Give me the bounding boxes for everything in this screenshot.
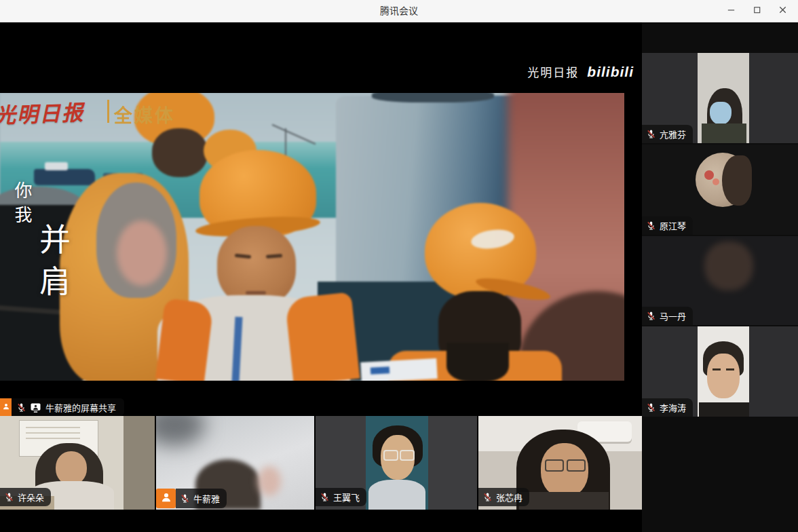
muted-mic-icon [646,221,656,231]
blur-smudge [156,416,205,446]
scene-right-collar [446,343,509,381]
participant-name: 牛薪雅 [193,492,220,505]
participant-name-tag: 张芯冉 [478,488,529,506]
participant-tile-lihaitao[interactable]: 李海涛 [642,326,798,417]
participant-name: 亢雅芬 [660,128,686,140]
scene-background-head [152,128,208,177]
participant-name-tag: 马一丹 [642,307,693,325]
scene-boat [34,169,95,185]
presenter-badge-icon [0,398,12,416]
window-titlebar: 腾讯会议 [0,0,798,22]
participant-shirt [519,492,609,510]
participant-name-tag: 牛薪雅 [176,489,227,508]
participant-tile-kangyafen[interactable]: 亢雅芬 [642,53,798,143]
presenter-badge-icon [156,489,176,508]
scene-paper-print [370,366,390,374]
glasses-left [545,459,564,472]
muted-mic-icon [16,402,26,413]
scene-center-mouth [246,291,266,294]
participant-shirt [368,480,425,510]
participant-face [707,354,740,398]
avatar-flower [704,170,714,180]
bottom-tiles: 许朵朵 牛薪雅 [0,416,642,510]
face-mask [710,102,732,125]
screen-share-label: 牛薪雅的屏幕共享 [45,401,116,414]
minimize-icon [726,5,736,18]
participant-name: 原江琴 [660,219,686,232]
participant-name-tag: 亢雅芬 [642,125,693,143]
participant-name: 马一丹 [660,309,686,322]
window-title: 腾讯会议 [0,0,798,22]
room-shelf [124,416,155,510]
avatar-hair [722,155,752,206]
participant-name: 许朵朵 [18,491,44,504]
maximize-button[interactable] [744,0,770,22]
participant-sidebar: 亢雅芬 原江琴 马一丹 [642,22,798,532]
participant-shirt [699,402,749,417]
muted-mic-icon [180,493,190,504]
window-controls [718,0,795,22]
participant-name: 李海涛 [660,401,686,414]
participant-face [56,451,87,485]
avatar-flower-small [712,178,719,185]
screen-share-banner: 牛薪雅的屏幕共享 [0,398,124,416]
participant-name: 张芯冉 [496,491,522,504]
participant-tile-wangyifei[interactable]: 王翼飞 [316,416,477,510]
bottom-participant-strip: 许朵朵 牛薪雅 [0,416,642,532]
main-column: 光明日报 bilibili [0,22,642,532]
participant-tile-yuanjiangqin[interactable]: 原江琴 [642,145,798,235]
bilibili-logo: bilibili [587,64,634,80]
minimize-button[interactable] [718,0,744,22]
quanmeiti-logo: 全媒体 [114,101,175,128]
participant-name-tag: 许朵朵 [0,488,51,506]
guangming-daily-wordmark: 光明日报 [527,63,579,80]
participant-name-tag: 王翼飞 [316,488,366,506]
muted-mic-icon [646,402,656,413]
close-button[interactable] [770,0,795,22]
glasses-right [400,450,415,461]
scene-hooded-face [117,221,167,286]
participant-name-tag: 原江琴 [642,216,693,235]
participant-tile-mayidan[interactable]: 马一丹 [642,236,798,325]
muted-mic-icon [482,492,493,502]
participant-shirt [702,124,746,143]
vertical-caption-2: 并肩 [30,223,75,307]
meeting-window: 光明日报 bilibili [0,22,798,532]
scene-steel-pile-cap [372,93,494,102]
video-watermark: 光明日报 bilibili [527,63,634,80]
movie-scene [0,93,624,381]
scene-boat-cabin [45,162,68,170]
participant-tile-zhangxinran[interactable]: 张芯冉 [478,416,642,510]
scene-center-vest-right [285,292,360,381]
glasses-right [567,459,586,472]
participant-tag-row: 牛薪雅 [156,489,227,508]
participant-name-tag: 李海涛 [642,398,693,417]
muted-mic-icon [646,311,656,321]
logo-divider [107,100,109,123]
muted-mic-icon [320,492,330,502]
close-icon [778,5,788,18]
eyebrows [712,368,721,370]
guangming-calligraphy-logo: 光明日报 [0,96,85,130]
person-icon [160,491,172,506]
dim-face [704,242,753,290]
screen-share-icon [30,402,41,413]
whiteboard-lines [26,427,80,428]
shared-video-frame: 光明日报 全媒体 你我 并肩 [0,93,624,381]
blur-blob [258,466,281,496]
person-icon [2,401,10,413]
scene-center-vest-left [155,298,214,381]
muted-mic-icon [4,492,14,502]
muted-mic-icon [646,129,656,139]
participant-tile-niuxinya[interactable]: 牛薪雅 [156,416,314,510]
maximize-icon [752,5,762,18]
participant-tile-xuduoduo[interactable]: 许朵朵 [0,416,155,510]
screen-share-stage[interactable]: 光明日报 bilibili [0,22,642,416]
participant-name: 王翼飞 [333,491,360,504]
glasses-left [383,450,398,461]
